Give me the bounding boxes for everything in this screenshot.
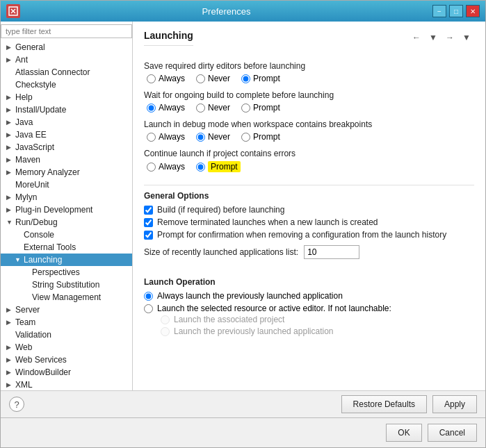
- previously-launched-option[interactable]: Launch the previously launched applicati…: [161, 326, 474, 336]
- associated-project-label: Launch the associated project: [174, 315, 284, 324]
- associated-project-option[interactable]: Launch the associated project: [161, 315, 474, 324]
- sidebar-item-general[interactable]: ▶General: [1, 41, 132, 53]
- sidebar-item-run-debug[interactable]: ▼Run/Debug: [1, 216, 132, 229]
- sidebar-item-javascript[interactable]: ▶JavaScript: [1, 141, 132, 154]
- build-prompt-option[interactable]: Prompt: [241, 103, 280, 113]
- expand-arrow: ▶: [6, 119, 13, 126]
- sidebar-item-web[interactable]: ▶Web: [1, 341, 132, 354]
- back-button[interactable]: ←: [409, 30, 424, 45]
- previously-launched-label: Launch the previously launched applicati…: [174, 326, 334, 336]
- sidebar-item-checkstyle[interactable]: ▶Checkstyle: [1, 78, 132, 91]
- general-options-title: General Options: [144, 191, 474, 201]
- sidebar-item-java-ee[interactable]: ▶Java EE: [1, 128, 132, 141]
- dirty-prompt-option[interactable]: Prompt: [241, 74, 280, 83]
- back-dropdown[interactable]: ▼: [426, 30, 441, 45]
- expand-arrow: ▶: [6, 144, 13, 151]
- build-prompt-radio[interactable]: [241, 103, 250, 113]
- launch-operation-title: Launch Operation: [144, 277, 474, 287]
- build-always-option[interactable]: Always: [147, 103, 185, 113]
- expand-arrow: ▶: [6, 169, 13, 176]
- expand-arrow: ▶: [6, 306, 13, 313]
- sidebar-item-console[interactable]: ▶Console: [1, 229, 132, 241]
- sidebar-item-view-management[interactable]: ▶View Management: [1, 291, 132, 304]
- build-always-radio[interactable]: [147, 103, 156, 113]
- selected-resource-option[interactable]: Launch the selected resource or active e…: [144, 304, 474, 313]
- errors-prompt-radio[interactable]: [196, 163, 205, 172]
- sidebar-item-atlassian[interactable]: ▶Atlassian Connector: [1, 66, 132, 78]
- expand-arrow: ▶: [6, 319, 13, 326]
- sidebar-item-memory-analyzer[interactable]: ▶Memory Analyzer: [1, 166, 132, 179]
- sidebar-item-web-services[interactable]: ▶Web Services: [1, 354, 132, 366]
- sidebar-item-xml[interactable]: ▶XML: [1, 379, 132, 390]
- build-never-option[interactable]: Never: [196, 103, 230, 113]
- sidebar-item-java[interactable]: ▶Java: [1, 116, 132, 128]
- dirty-never-option[interactable]: Never: [196, 74, 230, 83]
- sidebar-item-team[interactable]: ▶Team: [1, 316, 132, 329]
- size-label: Size of recently launched applications l…: [144, 247, 298, 257]
- close-button[interactable]: ✕: [466, 5, 480, 17]
- sidebar-item-windowbuilder[interactable]: ▶WindowBuilder: [1, 366, 132, 379]
- debug-never-radio[interactable]: [196, 133, 205, 142]
- apply-button[interactable]: Apply: [432, 395, 477, 413]
- forward-button[interactable]: →: [442, 30, 457, 45]
- sidebar-item-maven[interactable]: ▶Maven: [1, 154, 132, 166]
- selected-resource-radio[interactable]: [144, 304, 153, 313]
- build-before-label: Build (if required) before launching: [157, 205, 284, 215]
- expand-arrow: ▶: [6, 356, 13, 363]
- remove-terminated-checkbox[interactable]: [144, 218, 153, 227]
- build-before-option[interactable]: Build (if required) before launching: [144, 205, 474, 215]
- sidebar-item-validation[interactable]: ▶Validation: [1, 329, 132, 341]
- bottom-bar: ? Restore Defaults Apply: [1, 390, 485, 417]
- build-before-checkbox[interactable]: [144, 206, 153, 215]
- always-previous-option[interactable]: Always launch the previously launched ap…: [144, 291, 474, 301]
- debug-always-radio[interactable]: [147, 133, 156, 142]
- dirty-prompt-radio[interactable]: [241, 74, 250, 83]
- sidebar-item-server[interactable]: ▶Server: [1, 304, 132, 316]
- always-previous-label: Always launch the previously launched ap…: [157, 291, 343, 301]
- prompt-confirmation-option[interactable]: Prompt for confirmation when removing a …: [144, 230, 474, 240]
- always-previous-radio[interactable]: [144, 292, 153, 301]
- debug-prompt-radio[interactable]: [241, 133, 250, 142]
- dirty-always-label: Always: [159, 74, 185, 83]
- help-icon[interactable]: ?: [9, 397, 24, 412]
- dirty-always-option[interactable]: Always: [147, 74, 185, 83]
- sidebar-item-plugin-dev[interactable]: ▶Plug-in Development: [1, 204, 132, 216]
- build-complete-label: Wait for ongoing build to complete befor…: [144, 90, 474, 100]
- sidebar-item-perspectives[interactable]: ▶Perspectives: [1, 266, 132, 279]
- maximize-button[interactable]: □: [449, 5, 463, 17]
- sidebar-item-string-substitution[interactable]: ▶String Substitution: [1, 279, 132, 291]
- debug-never-option[interactable]: Never: [196, 132, 230, 142]
- debug-mode-options: Always Never Prompt: [144, 132, 474, 142]
- sidebar-item-moreunit[interactable]: ▶MoreUnit: [1, 179, 132, 191]
- dirty-always-radio[interactable]: [147, 74, 156, 83]
- forward-dropdown[interactable]: ▼: [459, 30, 474, 45]
- sidebar-item-install-update[interactable]: ▶Install/Update: [1, 103, 132, 116]
- expand-arrow: ▶: [6, 381, 13, 388]
- associated-project-radio: [161, 315, 170, 324]
- debug-always-label: Always: [159, 132, 185, 142]
- section-launch-operation: Launch Operation Always launch the previ…: [144, 277, 474, 336]
- ok-button[interactable]: OK: [386, 424, 421, 442]
- sidebar-item-launching[interactable]: ▼Launching: [1, 254, 132, 266]
- sidebar-item-help[interactable]: ▶Help: [1, 91, 132, 103]
- cancel-button[interactable]: Cancel: [428, 424, 477, 442]
- dirty-never-radio[interactable]: [196, 74, 205, 83]
- sidebar-item-ant[interactable]: ▶Ant: [1, 53, 132, 66]
- errors-always-radio[interactable]: [147, 163, 156, 172]
- debug-prompt-option[interactable]: Prompt: [241, 132, 280, 142]
- section-build-complete: Wait for ongoing build to complete befor…: [144, 90, 474, 113]
- restore-defaults-button[interactable]: Restore Defaults: [341, 395, 427, 413]
- filter-input[interactable]: [1, 24, 132, 38]
- errors-always-option[interactable]: Always: [147, 162, 185, 172]
- prompt-confirmation-checkbox[interactable]: [144, 231, 153, 240]
- sidebar-item-external-tools[interactable]: ▶External Tools: [1, 241, 132, 254]
- errors-prompt-option[interactable]: Prompt: [196, 161, 241, 172]
- divider1: [144, 185, 474, 185]
- build-never-radio[interactable]: [196, 103, 205, 113]
- debug-always-option[interactable]: Always: [147, 132, 185, 142]
- expand-arrow: ▶: [6, 131, 13, 138]
- sidebar-item-mylyn[interactable]: ▶Mylyn: [1, 191, 132, 204]
- size-input[interactable]: [304, 245, 359, 259]
- remove-terminated-option[interactable]: Remove terminated launches when a new la…: [144, 217, 474, 227]
- minimize-button[interactable]: −: [432, 5, 446, 17]
